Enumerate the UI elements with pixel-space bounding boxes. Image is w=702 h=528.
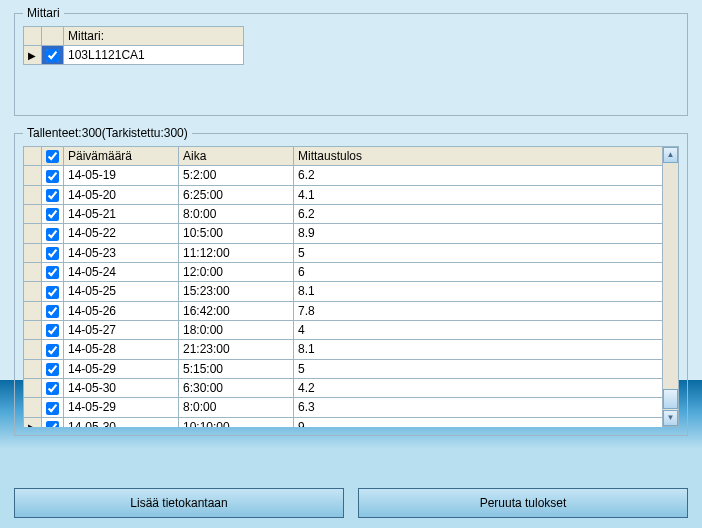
table-row[interactable]: 14-05-218:0:006.2	[24, 204, 663, 223]
row-checkbox[interactable]	[46, 344, 59, 357]
col-date[interactable]: Päivämäärä	[64, 147, 179, 166]
cell-time[interactable]: 10:5:00	[179, 224, 294, 243]
cell-time[interactable]: 15:23:00	[179, 282, 294, 301]
mittari-checkbox[interactable]	[46, 49, 59, 62]
row-check-cell[interactable]	[42, 340, 64, 359]
cell-value[interactable]: 4	[294, 320, 663, 339]
vertical-scrollbar[interactable]: ▲ ▼	[663, 146, 679, 427]
cell-date[interactable]: 14-05-20	[64, 185, 179, 204]
cell-value[interactable]: 4.1	[294, 185, 663, 204]
mittari-header[interactable]: Mittari:	[64, 27, 244, 46]
row-check-cell[interactable]	[42, 224, 64, 243]
cancel-results-button[interactable]: Peruuta tulokset	[358, 488, 688, 518]
row-check-cell[interactable]	[42, 398, 64, 417]
col-time[interactable]: Aika	[179, 147, 294, 166]
row-checkbox[interactable]	[46, 286, 59, 299]
scroll-up-button[interactable]: ▲	[663, 147, 678, 163]
cell-value[interactable]: 8.1	[294, 282, 663, 301]
row-check-cell[interactable]	[42, 282, 64, 301]
cell-date[interactable]: 14-05-21	[64, 204, 179, 223]
row-check-cell[interactable]	[42, 166, 64, 185]
cell-value[interactable]: 6	[294, 262, 663, 281]
cell-value[interactable]: 6.2	[294, 166, 663, 185]
cell-time[interactable]: 5:2:00	[179, 166, 294, 185]
cell-time[interactable]: 21:23:00	[179, 340, 294, 359]
table-row[interactable]: 14-05-2412:0:006	[24, 262, 663, 281]
scroll-thumb[interactable]	[663, 389, 678, 409]
row-checkbox[interactable]	[46, 208, 59, 221]
row-check-cell[interactable]	[42, 204, 64, 223]
col-value[interactable]: Mittaustulos	[294, 147, 663, 166]
cell-date[interactable]: 14-05-24	[64, 262, 179, 281]
row-check-cell[interactable]	[42, 359, 64, 378]
cell-time[interactable]: 6:30:00	[179, 378, 294, 397]
table-row[interactable]: 14-05-195:2:006.2	[24, 166, 663, 185]
cell-value[interactable]: 6.2	[294, 204, 663, 223]
cell-time[interactable]: 10:10:00	[179, 417, 294, 427]
table-row[interactable]: 14-05-206:25:004.1	[24, 185, 663, 204]
cell-date[interactable]: 14-05-28	[64, 340, 179, 359]
cell-date[interactable]: 14-05-27	[64, 320, 179, 339]
cell-time[interactable]: 5:15:00	[179, 359, 294, 378]
row-check-cell[interactable]	[42, 378, 64, 397]
cell-value[interactable]: 5	[294, 243, 663, 262]
row-checkbox[interactable]	[46, 402, 59, 415]
cell-value[interactable]: 5	[294, 359, 663, 378]
table-row[interactable]: 14-05-2311:12:005	[24, 243, 663, 262]
table-row[interactable]: 14-05-2718:0:004	[24, 320, 663, 339]
cell-date[interactable]: 14-05-29	[64, 398, 179, 417]
row-check-cell[interactable]	[42, 301, 64, 320]
mittari-check-cell[interactable]	[42, 46, 64, 65]
table-row[interactable]: 14-05-2210:5:008.9	[24, 224, 663, 243]
cell-date[interactable]: 14-05-23	[64, 243, 179, 262]
scroll-down-button[interactable]: ▼	[663, 410, 678, 426]
cell-date[interactable]: 14-05-26	[64, 301, 179, 320]
table-row[interactable]: 14-05-2616:42:007.8	[24, 301, 663, 320]
row-checkbox[interactable]	[46, 266, 59, 279]
table-row[interactable]: 14-05-2515:23:008.1	[24, 282, 663, 301]
cell-time[interactable]: 8:0:00	[179, 204, 294, 223]
row-checkbox[interactable]	[46, 382, 59, 395]
cell-time[interactable]: 18:0:00	[179, 320, 294, 339]
cell-date[interactable]: 14-05-19	[64, 166, 179, 185]
row-checkbox[interactable]	[46, 170, 59, 183]
cell-time[interactable]: 11:12:00	[179, 243, 294, 262]
cell-time[interactable]: 12:0:00	[179, 262, 294, 281]
row-check-cell[interactable]	[42, 417, 64, 427]
row-checkbox[interactable]	[46, 421, 59, 427]
cell-date[interactable]: 14-05-22	[64, 224, 179, 243]
cell-value[interactable]: 8.9	[294, 224, 663, 243]
cell-value[interactable]: 7.8	[294, 301, 663, 320]
row-checkbox[interactable]	[46, 363, 59, 376]
table-row[interactable]: 14-05-2821:23:008.1	[24, 340, 663, 359]
cell-value[interactable]: 6.3	[294, 398, 663, 417]
cell-value[interactable]: 8.1	[294, 340, 663, 359]
row-checkbox[interactable]	[46, 247, 59, 260]
add-to-database-button[interactable]: Lisää tietokantaan	[14, 488, 344, 518]
cell-time[interactable]: 8:0:00	[179, 398, 294, 417]
cell-date[interactable]: 14-05-30	[64, 378, 179, 397]
cell-date[interactable]: 14-05-30	[64, 417, 179, 427]
cell-value[interactable]: 9	[294, 417, 663, 427]
mittari-row[interactable]: ▶ 103L1121CA1	[24, 46, 244, 65]
table-row[interactable]: 14-05-306:30:004.2	[24, 378, 663, 397]
row-checkbox[interactable]	[46, 189, 59, 202]
row-checkbox[interactable]	[46, 324, 59, 337]
cell-date[interactable]: 14-05-29	[64, 359, 179, 378]
mittari-value-cell[interactable]: 103L1121CA1	[64, 46, 244, 65]
cell-time[interactable]: 6:25:00	[179, 185, 294, 204]
select-all-checkbox[interactable]	[46, 150, 59, 163]
table-row[interactable]: 14-05-295:15:005	[24, 359, 663, 378]
row-checkbox[interactable]	[46, 228, 59, 241]
row-check-cell[interactable]	[42, 320, 64, 339]
cell-time[interactable]: 16:42:00	[179, 301, 294, 320]
grid-check-header[interactable]	[42, 147, 64, 166]
cell-date[interactable]: 14-05-25	[64, 282, 179, 301]
row-checkbox[interactable]	[46, 305, 59, 318]
table-row[interactable]: ▶14-05-3010:10:009	[24, 417, 663, 427]
row-check-cell[interactable]	[42, 262, 64, 281]
table-row[interactable]: 14-05-298:0:006.3	[24, 398, 663, 417]
row-check-cell[interactable]	[42, 185, 64, 204]
row-check-cell[interactable]	[42, 243, 64, 262]
cell-value[interactable]: 4.2	[294, 378, 663, 397]
